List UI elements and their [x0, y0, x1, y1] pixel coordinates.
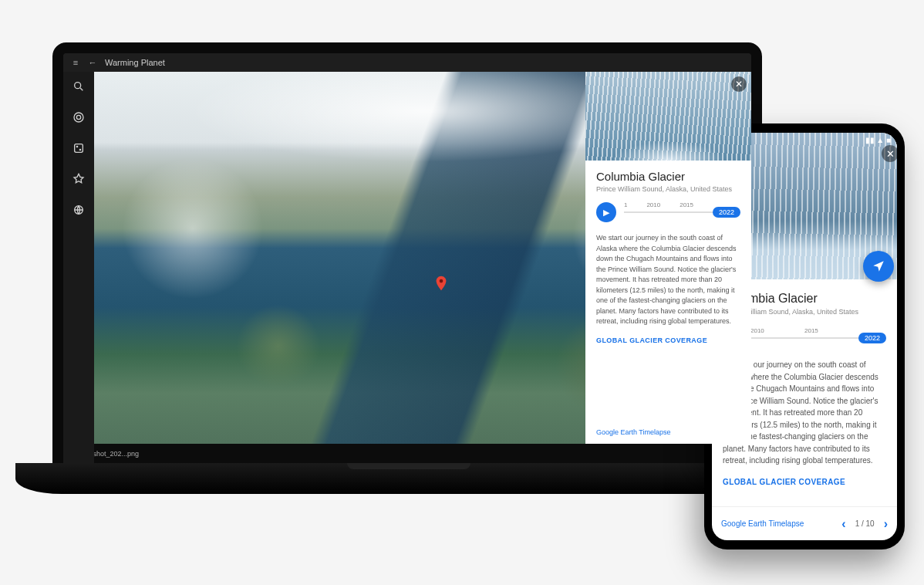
timeline-tick[interactable]: 2010	[750, 327, 764, 334]
svg-rect-4	[75, 144, 83, 153]
panel-hero-image: ✕	[585, 72, 751, 161]
svg-point-0	[75, 83, 81, 89]
page-title: Warming Planet	[105, 58, 165, 67]
back-arrow-icon[interactable]: ←	[88, 58, 97, 67]
laptop-screen-bezel: ≡ ← Warming Planet ◧	[52, 42, 762, 475]
place-subtitle: Prince William Sound, Alaska, United Sta…	[596, 185, 740, 193]
navigate-fab[interactable]	[863, 251, 894, 282]
place-title: Columbia Glacier	[596, 170, 740, 183]
titlebar: ≡ ← Warming Planet	[63, 53, 751, 72]
info-panel: ✕ Columbia Glacier Prince William Sound,…	[585, 72, 751, 444]
left-nav	[63, 53, 94, 464]
svg-point-6	[79, 149, 80, 150]
svg-line-1	[80, 88, 83, 90]
svg-point-5	[76, 146, 77, 147]
timeline-tick[interactable]: 2010	[646, 201, 660, 208]
page-indicator: 1 / 10	[855, 519, 875, 528]
dice-icon[interactable]	[72, 141, 86, 155]
timeline-active-year[interactable]: 2022	[858, 333, 886, 343]
panel-footer[interactable]: Google Earth Timelapse	[585, 421, 751, 444]
play-button[interactable]: ▶	[596, 202, 616, 222]
search-icon[interactable]	[72, 79, 86, 93]
svg-point-3	[74, 113, 83, 122]
svg-point-2	[76, 115, 80, 119]
menu-icon[interactable]: ≡	[71, 58, 80, 67]
footer-source[interactable]: Google Earth Timelapse	[721, 519, 804, 528]
svg-point-8	[440, 279, 443, 283]
coverage-link[interactable]: GLOBAL GLACIER COVERAGE	[596, 336, 740, 344]
laptop-hinge	[347, 463, 470, 469]
timeline-active-year[interactable]: 2022	[713, 207, 740, 218]
projects-icon[interactable]	[72, 172, 86, 186]
place-description: We start our journey in the south coast …	[596, 233, 740, 327]
timeline-track[interactable]: 1 2010 2015 2022	[624, 211, 740, 213]
coverage-link[interactable]: GLOBAL GLACIER COVERAGE	[723, 478, 886, 486]
phone-footer: Google Earth Timelapse ‹ 1 / 10 ›	[712, 506, 897, 540]
timeline-tick[interactable]: 1	[624, 201, 627, 208]
next-arrow-icon[interactable]: ›	[884, 517, 888, 531]
map-style-icon[interactable]	[72, 203, 86, 217]
timeline-track[interactable]: 2010 2015 2022	[750, 337, 886, 339]
location-pin-icon[interactable]	[436, 276, 447, 286]
timeline-tick[interactable]: 2015	[804, 327, 818, 334]
timeline: ▶ 1 2010 2015 2022	[596, 202, 740, 222]
close-icon[interactable]: ✕	[731, 76, 747, 92]
voyager-icon[interactable]	[72, 110, 86, 124]
close-icon[interactable]: ✕	[882, 145, 897, 162]
earth-app: ≡ ← Warming Planet ◧	[63, 53, 751, 464]
os-taskbar: Screenshot_202...png	[63, 444, 751, 464]
laptop-device: ≡ ← Warming Planet ◧	[15, 42, 802, 552]
timeline-tick[interactable]: 2015	[680, 201, 693, 208]
prev-arrow-icon[interactable]: ‹	[841, 517, 845, 531]
pager: ‹ 1 / 10 ›	[841, 517, 888, 531]
